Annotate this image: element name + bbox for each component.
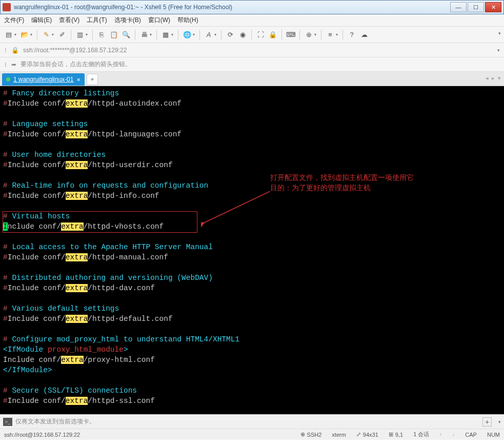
status-cap: CAP	[465, 432, 477, 438]
menu-tab[interactable]: 选项卡(B)	[114, 16, 141, 25]
tab-prev-icon[interactable]: ◂	[486, 75, 489, 82]
globe-icon[interactable]: 🌐	[182, 29, 193, 40]
menu-tools[interactable]: 工具(T)	[87, 16, 107, 25]
search-icon[interactable]: 🔍	[120, 29, 132, 40]
svg-line-0	[204, 191, 270, 223]
address-dropdown[interactable]: ▾	[497, 48, 500, 53]
menu-help[interactable]: 帮助(H)	[177, 16, 198, 25]
toolbar: ▤▾ 📂▾ ✎▾ ✐ ▥▾ ⎘ 📋 🔍 🖶▾ ▦▾ 🌐▾ A▾ ⟳ ◉ ⛶ 🔒 …	[0, 27, 504, 43]
hint-bar: ⫶ ➦ 要添加当前会话，点击左侧的箭头按钮。	[0, 57, 504, 72]
tab-menu-icon[interactable]: ▾	[498, 75, 501, 82]
title-bar: wangruifenglinux-01 - root@wangruifeng-0…	[0, 0, 504, 14]
eyedropper-icon[interactable]: ✐	[56, 29, 68, 40]
status-dot-icon	[6, 77, 10, 82]
tab-next-icon[interactable]: ▸	[492, 75, 495, 82]
menu-view[interactable]: 查看(V)	[59, 16, 79, 25]
tab-nav: ◂ ▸ ▾	[486, 75, 501, 82]
input-dropdown[interactable]: ▾	[498, 419, 501, 424]
close-button[interactable]: ✕	[485, 2, 501, 12]
print-icon[interactable]: 🖶	[138, 29, 150, 40]
window-title: wangruifenglinux-01 - root@wangruifeng-0…	[14, 4, 450, 11]
refresh-icon[interactable]: ⟳	[225, 29, 236, 40]
columns-icon[interactable]: ▦	[160, 29, 171, 40]
copy-icon[interactable]: ⎘	[96, 29, 107, 40]
keyboard-icon[interactable]: ⌨	[285, 29, 296, 40]
input-bar: >_ 仅将文本发送到当前选项卡。 + ▾	[0, 414, 504, 429]
menu-file[interactable]: 文件(F)	[4, 16, 24, 25]
status-cursor-pos: ⊞9,1	[389, 431, 403, 438]
arrow-down-icon[interactable]: ↓	[452, 432, 455, 437]
cloud-icon[interactable]: ☁	[358, 29, 370, 40]
input-add-button[interactable]: +	[482, 417, 492, 426]
add-icon[interactable]: ⊕	[303, 29, 314, 40]
help-icon[interactable]: ?	[346, 29, 357, 40]
open-icon[interactable]: 📂	[19, 29, 30, 40]
status-protocol: ⊕SSH2	[300, 431, 322, 438]
input-placeholder[interactable]: 仅将文本发送到当前选项卡。	[15, 417, 95, 426]
address-text[interactable]: ssh://root:********@192.168.57.129:22	[23, 47, 127, 54]
minimize-button[interactable]: —	[450, 2, 467, 12]
highlight-icon[interactable]: ✎	[41, 29, 52, 40]
layout-icon[interactable]: ▥	[74, 29, 86, 40]
hint-text: 要添加当前会话，点击左侧的箭头按钮。	[21, 60, 131, 69]
tab-label: 1 wangruifenglinux-01	[13, 76, 73, 83]
annotation-arrow	[201, 191, 278, 232]
app-icon	[3, 3, 11, 11]
toolbar-dropdown[interactable]: ▾	[498, 31, 501, 36]
status-sessions: 1 会话	[413, 431, 429, 438]
arrow-up-icon[interactable]: ↑	[439, 432, 442, 437]
fullscreen-icon[interactable]: ⛶	[255, 29, 266, 40]
chevron-icon: ⫶	[4, 61, 7, 68]
address-bar: ⫶ 🔒 ssh://root:********@192.168.57.129:2…	[0, 43, 504, 57]
arrow-icon[interactable]: ➦	[11, 61, 16, 68]
menu-window[interactable]: 窗口(W)	[148, 16, 170, 25]
chevron-icon[interactable]: ⫶	[4, 47, 7, 54]
session-tab[interactable]: 1 wangruifenglinux-01 ×	[2, 73, 85, 86]
prompt-icon[interactable]: >_	[3, 418, 12, 426]
lock-icon[interactable]: 🔒	[267, 29, 278, 40]
status-connection: ssh://root@192.168.57.129:22	[4, 432, 290, 438]
paste-icon[interactable]: 📋	[108, 29, 119, 40]
status-size: ⤢94x31	[356, 431, 378, 438]
view-icon[interactable]: ◉	[237, 29, 248, 40]
tab-close-icon[interactable]: ×	[76, 76, 80, 84]
terminal[interactable]: # Fancy directory listings #Include conf…	[0, 86, 504, 414]
font-icon[interactable]: A	[203, 29, 214, 40]
lock-small-icon: 🔒	[11, 47, 19, 54]
list-icon[interactable]: ≡	[325, 29, 336, 40]
new-icon[interactable]: ▤	[3, 29, 14, 40]
new-tab-button[interactable]: +	[87, 74, 98, 85]
status-bar: ssh://root@192.168.57.129:22 ⊕SSH2 xterm…	[0, 429, 504, 440]
maximize-button[interactable]: ☐	[468, 2, 484, 12]
menu-edit[interactable]: 编辑(E)	[31, 16, 52, 25]
annotation-text: 打开配置文件，找到虚拟主机配置一项使用它 目的：为了更好的管理虚拟主机	[270, 172, 414, 193]
status-num: NUM	[487, 432, 500, 438]
window-controls: — ☐ ✕	[450, 2, 501, 12]
menu-bar: 文件(F) 编辑(E) 查看(V) 工具(T) 选项卡(B) 窗口(W) 帮助(…	[0, 14, 504, 27]
tab-bar: 1 wangruifenglinux-01 × + ◂ ▸ ▾	[0, 72, 504, 86]
status-term-type: xterm	[332, 432, 346, 438]
